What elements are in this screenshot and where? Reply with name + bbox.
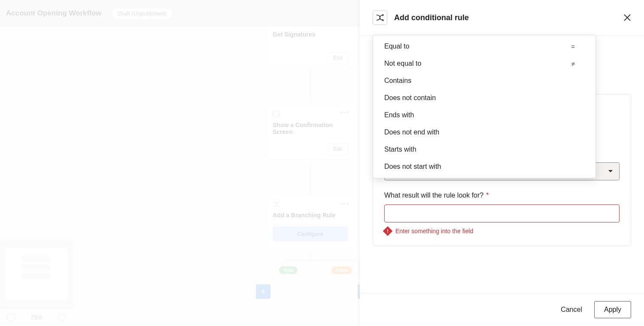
workflow-title: Account Opening Workflow: [6, 9, 102, 18]
add-node-button: +: [256, 284, 270, 299]
zoom-controls: 75%: [0, 309, 73, 326]
result-value-input[interactable]: [384, 204, 620, 222]
zoom-out-icon: [58, 313, 66, 322]
error-message: Enter something into the field: [395, 228, 473, 235]
zoom-in-icon: [7, 313, 15, 322]
operator-option-symbol: =: [571, 43, 575, 50]
connector-line: [310, 160, 310, 195]
workflow-status-pill: Draft (Unpublished): [112, 9, 173, 18]
zoom-level: 75%: [30, 314, 43, 321]
card-title: Show a Confirmation Screen: [273, 122, 348, 135]
operator-option[interactable]: Does not end with: [373, 124, 595, 141]
operator-option[interactable]: Equal to=: [373, 38, 595, 55]
card-title: Add a Branching Rule: [273, 212, 348, 219]
operator-option[interactable]: Does not contain: [373, 89, 595, 107]
operator-option-symbol: ≠: [571, 60, 575, 67]
branch-false-pill: False: [331, 266, 352, 274]
operator-option-label: Contains: [384, 77, 411, 85]
result-question-label: What result will the rule look for?*: [384, 192, 620, 199]
note-icon: [273, 110, 348, 117]
operator-option-label: Ends with: [384, 111, 414, 119]
operator-option[interactable]: Does not start with: [373, 158, 595, 175]
operator-option-label: Not equal to: [384, 60, 421, 67]
connector-line: [285, 260, 359, 261]
operator-option-label: Starts with: [384, 146, 416, 153]
edit-button: Edit: [327, 52, 349, 64]
error-icon: !: [383, 226, 393, 236]
operator-option[interactable]: Ends with: [373, 107, 595, 124]
operator-option-label: Does not contain: [384, 94, 436, 102]
panel-footer: Cancel Apply: [360, 293, 644, 326]
operator-option[interactable]: Contains: [373, 72, 595, 89]
branch-icon: [373, 10, 387, 25]
card-title: Get Signatures: [273, 31, 348, 38]
branch-true-pill: True: [279, 266, 298, 274]
operator-option[interactable]: Not equal to≠: [373, 55, 595, 72]
operator-option-label: Does not start with: [384, 163, 441, 171]
configure-button: Configure: [273, 226, 348, 241]
operator-option[interactable]: Starts with: [373, 141, 595, 158]
connector-line: [310, 69, 310, 104]
cancel-button[interactable]: Cancel: [561, 306, 582, 314]
panel-body: This whe IF Equal to What result will th…: [360, 36, 644, 293]
required-asterisk: *: [486, 192, 489, 199]
more-icon: •••: [340, 200, 349, 207]
operator-option-label: Does not end with: [384, 128, 439, 136]
workflow-card-signatures: Get Signatures Edit: [266, 27, 354, 69]
panel-title: Add conditional rule: [394, 13, 617, 22]
workflow-card-confirmation: ••• Show a Confirmation Screen Edit: [266, 104, 354, 160]
more-icon: •••: [340, 109, 349, 116]
operator-dropdown-menu[interactable]: Equal to=Not equal to≠ContainsDoes not c…: [373, 35, 596, 178]
connector-line: [310, 250, 310, 260]
panel-header: Add conditional rule: [360, 0, 644, 35]
minimap-thumbnail: [0, 238, 73, 309]
validation-error: ! Enter something into the field: [384, 228, 620, 235]
workflow-card-branching: ••• Add a Branching Rule Configure: [266, 195, 354, 250]
edit-button: Edit: [327, 143, 349, 155]
operator-option-label: Equal to: [384, 43, 410, 50]
apply-button[interactable]: Apply: [594, 301, 631, 318]
caret-down-icon: [608, 170, 613, 173]
close-button[interactable]: [623, 14, 631, 21]
branch-icon: [273, 201, 348, 207]
conditional-rule-panel: Add conditional rule This whe IF Equal t…: [360, 0, 644, 326]
